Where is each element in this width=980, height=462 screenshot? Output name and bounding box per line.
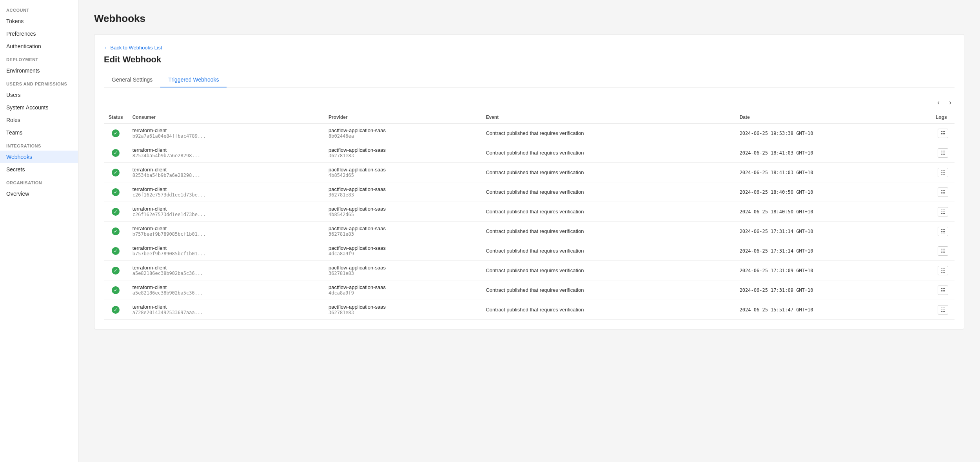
- next-page-button[interactable]: ›: [946, 97, 955, 108]
- view-log-button-5[interactable]: ☷: [938, 227, 948, 236]
- provider-cell-7: pactflow-application-saas 362781e83: [324, 261, 481, 280]
- view-log-button-9[interactable]: ☷: [938, 305, 948, 315]
- event-cell-0: Contract published that requires verific…: [481, 124, 735, 143]
- provider-id-5: 362781e83: [328, 231, 476, 237]
- logs-cell-0: ☷: [931, 124, 955, 143]
- provider-name-1: pactflow-application-saas: [328, 147, 476, 153]
- sidebar-item-environments[interactable]: Environments: [0, 64, 78, 77]
- success-icon-6: ✓: [112, 247, 120, 255]
- event-cell-8: Contract published that requires verific…: [481, 280, 735, 300]
- provider-id-3: 362781e83: [328, 192, 476, 198]
- col-provider: Provider: [324, 111, 481, 124]
- event-cell-9: Contract published that requires verific…: [481, 300, 735, 320]
- date-cell-5: 2024-06-25 17:31:14 GMT+10: [735, 222, 931, 241]
- status-cell-4: ✓: [104, 202, 128, 222]
- view-log-button-7[interactable]: ☷: [938, 266, 948, 275]
- view-log-button-6[interactable]: ☷: [938, 246, 948, 256]
- sidebar-section-deployment: DEPLOYMENT: [0, 53, 78, 64]
- main-content: Webhooks ← Back to Webhooks List Edit We…: [78, 0, 980, 462]
- event-cell-6: Contract published that requires verific…: [481, 241, 735, 261]
- success-icon-3: ✓: [112, 188, 120, 196]
- success-icon-9: ✓: [112, 306, 120, 314]
- sidebar-item-tokens[interactable]: Tokens: [0, 15, 78, 27]
- sidebar-section-integrations: INTEGRATIONS: [0, 139, 78, 151]
- provider-id-7: 362781e83: [328, 271, 476, 276]
- provider-cell-3: pactflow-application-saas 362781e83: [324, 182, 481, 202]
- consumer-id-0: b92a7a61a04e84ffbac4789...: [132, 133, 319, 139]
- consumer-id-2: 82534ba54b9b7a6e28298...: [132, 173, 319, 178]
- col-consumer: Consumer: [128, 111, 324, 124]
- sidebar-item-webhooks[interactable]: Webhooks: [0, 151, 78, 163]
- consumer-id-5: b757beef9b789085bcf1b01...: [132, 231, 319, 237]
- tab-bar: General SettingsTriggered Webhooks: [104, 73, 955, 87]
- col-logs: Logs: [931, 111, 955, 124]
- view-log-button-4[interactable]: ☷: [938, 207, 948, 216]
- col-event: Event: [481, 111, 735, 124]
- sidebar-item-secrets[interactable]: Secrets: [0, 163, 78, 176]
- tab-triggered-webhooks[interactable]: Triggered Webhooks: [160, 73, 227, 87]
- date-cell-8: 2024-06-25 17:31:09 GMT+10: [735, 280, 931, 300]
- consumer-cell-5: terraform-client b757beef9b789085bcf1b01…: [128, 222, 324, 241]
- provider-id-4: 4b8542d65: [328, 212, 476, 217]
- provider-name-5: pactflow-application-saas: [328, 226, 476, 231]
- consumer-cell-7: terraform-client a5e82186ec38b902ba5c36.…: [128, 261, 324, 280]
- view-log-button-8[interactable]: ☷: [938, 286, 948, 295]
- consumer-cell-8: terraform-client a5e82186ec38b902ba5c36.…: [128, 280, 324, 300]
- status-cell-1: ✓: [104, 143, 128, 163]
- tab-general-settings[interactable]: General Settings: [104, 73, 160, 87]
- view-log-button-0[interactable]: ☷: [938, 129, 948, 138]
- prev-page-button[interactable]: ‹: [934, 97, 943, 108]
- provider-name-0: pactflow-application-saas: [328, 127, 476, 133]
- sidebar-item-roles[interactable]: Roles: [0, 114, 78, 126]
- event-cell-4: Contract published that requires verific…: [481, 202, 735, 222]
- logs-cell-5: ☷: [931, 222, 955, 241]
- provider-name-2: pactflow-application-saas: [328, 167, 476, 173]
- consumer-name-1: terraform-client: [132, 147, 319, 153]
- webhook-card: ← Back to Webhooks List Edit Webhook Gen…: [94, 34, 964, 329]
- logs-cell-4: ☷: [931, 202, 955, 222]
- consumer-name-9: terraform-client: [132, 304, 319, 310]
- consumer-id-9: a728e20143492533697aaa...: [132, 310, 319, 315]
- provider-cell-9: pactflow-application-saas 362781e83: [324, 300, 481, 320]
- provider-id-9: 362781e83: [328, 310, 476, 315]
- table-row: ✓ terraform-client a5e82186ec38b902ba5c3…: [104, 261, 955, 280]
- consumer-id-7: a5e82186ec38b902ba5c36...: [132, 271, 319, 276]
- success-icon-5: ✓: [112, 227, 120, 235]
- status-cell-2: ✓: [104, 163, 128, 182]
- provider-cell-0: pactflow-application-saas 8b02446ea: [324, 124, 481, 143]
- consumer-cell-0: terraform-client b92a7a61a04e84ffbac4789…: [128, 124, 324, 143]
- provider-name-9: pactflow-application-saas: [328, 304, 476, 310]
- view-log-button-1[interactable]: ☷: [938, 148, 948, 158]
- sidebar-item-system-accounts[interactable]: System Accounts: [0, 101, 78, 114]
- event-cell-1: Contract published that requires verific…: [481, 143, 735, 163]
- date-cell-2: 2024-06-25 18:41:03 GMT+10: [735, 163, 931, 182]
- view-log-button-2[interactable]: ☷: [938, 168, 948, 177]
- edit-webhook-title: Edit Webhook: [104, 55, 955, 65]
- sidebar-section-account: ACCOUNT: [0, 3, 78, 15]
- consumer-cell-6: terraform-client b757beef9b789085bcf1b01…: [128, 241, 324, 261]
- logs-cell-3: ☷: [931, 182, 955, 202]
- provider-cell-1: pactflow-application-saas 362781e83: [324, 143, 481, 163]
- sidebar-item-authentication[interactable]: Authentication: [0, 40, 78, 53]
- provider-name-3: pactflow-application-saas: [328, 186, 476, 192]
- sidebar-item-preferences[interactable]: Preferences: [0, 27, 78, 40]
- view-log-button-3[interactable]: ☷: [938, 187, 948, 197]
- consumer-id-8: a5e82186ec38b902ba5c36...: [132, 290, 319, 296]
- logs-cell-1: ☷: [931, 143, 955, 163]
- sidebar-item-users[interactable]: Users: [0, 89, 78, 101]
- sidebar-item-teams[interactable]: Teams: [0, 126, 78, 139]
- provider-id-2: 4b8542d65: [328, 173, 476, 178]
- provider-id-6: 4dca8a9f9: [328, 251, 476, 256]
- page-title: Webhooks: [94, 13, 964, 25]
- event-cell-7: Contract published that requires verific…: [481, 261, 735, 280]
- table-row: ✓ terraform-client 82534ba54b9b7a6e28298…: [104, 143, 955, 163]
- table-row: ✓ terraform-client c26f162e7573dd1ee1d73…: [104, 202, 955, 222]
- event-cell-2: Contract published that requires verific…: [481, 163, 735, 182]
- event-cell-3: Contract published that requires verific…: [481, 182, 735, 202]
- table-row: ✓ terraform-client b757beef9b789085bcf1b…: [104, 241, 955, 261]
- consumer-cell-4: terraform-client c26f162e7573dd1ee1d73be…: [128, 202, 324, 222]
- provider-cell-6: pactflow-application-saas 4dca8a9f9: [324, 241, 481, 261]
- sidebar-item-overview[interactable]: Overview: [0, 187, 78, 200]
- status-cell-9: ✓: [104, 300, 128, 320]
- back-link[interactable]: ← Back to Webhooks List: [104, 45, 162, 51]
